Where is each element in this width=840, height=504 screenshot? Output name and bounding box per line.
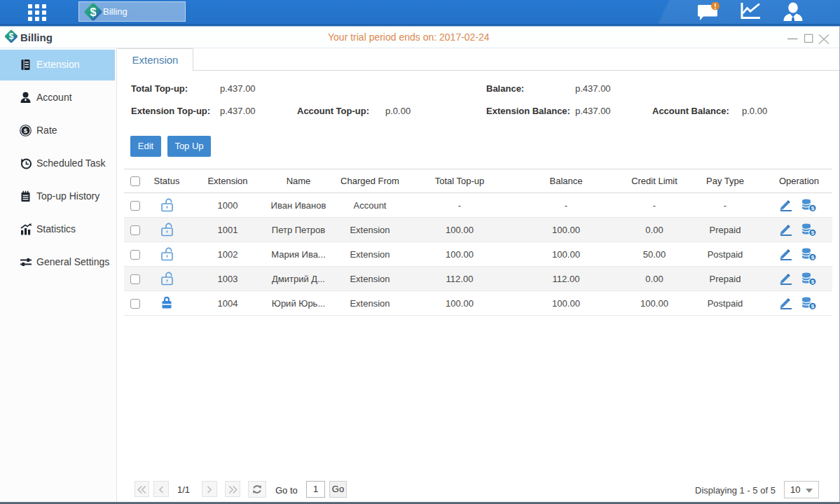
svg-text:!: !	[714, 3, 716, 10]
svg-text:$: $	[811, 254, 815, 260]
svg-text:$: $	[811, 303, 815, 309]
svg-text:$: $	[811, 279, 815, 285]
svg-text:$: $	[9, 31, 14, 41]
svg-text:$: $	[811, 230, 815, 236]
svg-text:$: $	[811, 205, 815, 211]
svg-text:$: $	[90, 6, 97, 18]
svg-text:$: $	[24, 127, 28, 134]
